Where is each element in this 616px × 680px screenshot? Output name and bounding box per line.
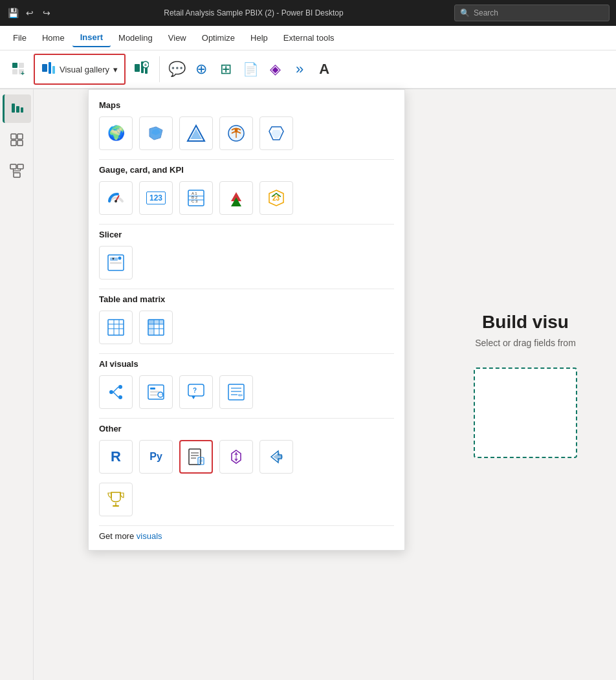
table-visual-icon[interactable] [99, 311, 133, 344]
visual-gallery-arrow: ▾ [113, 65, 118, 74]
table-btn[interactable]: ⊞ [214, 58, 237, 81]
title-bar-text: Retail Analysis Sample PBIX (2) - Power … [58, 8, 449, 17]
menu-external-tools[interactable]: External tools [276, 29, 342, 47]
save-icon[interactable]: 💾 [6, 6, 19, 19]
menu-help[interactable]: Help [243, 29, 276, 47]
other-icon-row: R Py [99, 440, 394, 474]
menu-modeling[interactable]: Modeling [111, 29, 160, 47]
slicer-divider [99, 289, 394, 289]
powerbi-btn[interactable]: ◈ [263, 58, 287, 81]
main-content: Maps 🌍 [34, 89, 616, 680]
ribbon-icon-group-1: 💬 ⊕ ⊞ 📄 ◈ » A [165, 58, 336, 81]
kpi-visual-icon[interactable] [219, 181, 253, 215]
search-box[interactable]: 🔍 Search [454, 5, 610, 21]
svg-rect-17 [11, 140, 16, 146]
svg-text:✏: ✏ [238, 392, 243, 399]
globe-visual-icon[interactable]: 🌍 [99, 116, 133, 150]
svg-text:+: + [21, 70, 25, 76]
redo-icon[interactable]: ↪ [40, 6, 53, 19]
svg-point-62 [118, 385, 122, 389]
table-section-title: Table and matrix [99, 294, 394, 304]
svg-point-63 [118, 395, 122, 399]
python-visual-icon[interactable]: Py [139, 440, 173, 474]
sidebar-data[interactable] [3, 126, 31, 154]
new-visual-btn[interactable]: + [5, 52, 31, 86]
svg-rect-15 [21, 107, 23, 113]
build-vis-title: Build visu [482, 312, 569, 333]
maps-icon-row: 🌍 [99, 116, 394, 150]
svg-rect-16 [11, 134, 16, 139]
ribbon: + Visual gallery ▾ + 💬 [0, 50, 616, 89]
text-box-btn[interactable]: 💬 [165, 58, 188, 81]
maps-divider [99, 159, 394, 160]
menu-home[interactable]: Home [34, 29, 72, 47]
smart-narrative-visual-icon[interactable]: ✏ [219, 375, 253, 409]
svg-rect-90 [113, 505, 119, 507]
forward-btn[interactable]: » [288, 58, 311, 81]
multirow-card-icon[interactable]: A 1 B 2 C 3 [179, 181, 213, 215]
get-more-visuals-link[interactable]: visuals [137, 525, 162, 550]
undo-icon[interactable]: ↩ [23, 6, 36, 19]
gauge-icon-row: 123 A 1 B 2 C 3 [99, 181, 394, 215]
visual-gallery-button[interactable]: Visual gallery ▾ [34, 54, 126, 85]
svg-rect-5 [42, 64, 47, 72]
paginated-visual-selected-icon[interactable] [179, 440, 213, 474]
menu-file[interactable]: File [5, 29, 34, 47]
card-visual-icon[interactable]: 123 [139, 181, 173, 215]
filled-map-icon[interactable] [139, 116, 173, 150]
gauge-visual-icon[interactable] [99, 181, 133, 215]
svg-rect-14 [16, 106, 19, 113]
ribbon-btn-add[interactable]: + [128, 52, 154, 86]
search-placeholder: Search [474, 8, 498, 17]
search-icon: 🔍 [460, 8, 470, 17]
table-divider [99, 353, 394, 354]
kpi-number-icon[interactable]: 23 [259, 181, 293, 215]
svg-rect-1 [19, 63, 24, 68]
sidebar-report[interactable] [3, 94, 31, 123]
sidebar-model[interactable] [3, 157, 31, 185]
svg-text:+: + [144, 61, 148, 67]
trophy-icon-row [99, 483, 394, 516]
right-panel: Build visu Select or drag fields from [435, 89, 616, 680]
smart-narrative-btn[interactable]: ⊕ [190, 58, 213, 81]
ai-divider [99, 418, 394, 419]
azuremap-icon[interactable] [179, 116, 213, 150]
get-more-label: Get more [99, 531, 137, 541]
svg-rect-18 [17, 134, 23, 139]
r-visual-icon[interactable]: R [99, 440, 133, 474]
slicer-visual-icon[interactable]: ▼ [99, 246, 133, 280]
canvas-placeholder [474, 367, 577, 458]
decomp-tree-visual-icon[interactable] [99, 375, 133, 409]
menu-insert[interactable]: Insert [72, 28, 111, 47]
table-icon-row [99, 311, 394, 344]
forward-visual-icon[interactable] [259, 440, 293, 474]
arcgis-icon[interactable] [219, 116, 253, 150]
ai-section-title: AI visuals [99, 359, 394, 369]
qa-visual-icon[interactable]: ? [179, 375, 213, 409]
title-bar-icons: 💾 ↩ ↪ [6, 6, 53, 19]
svg-rect-56 [148, 320, 154, 335]
svg-rect-21 [17, 164, 23, 169]
svg-text:C 3: C 3 [192, 199, 198, 203]
svg-rect-69 [150, 394, 157, 396]
key-influencers-visual-icon[interactable]: → [139, 375, 173, 409]
visual-gallery-icon [41, 61, 56, 78]
shape-map-icon[interactable] [259, 116, 293, 150]
svg-rect-0 [12, 63, 17, 68]
textbox-A-btn[interactable]: A [313, 58, 336, 81]
gauge-section-title: Gauge, card, and KPI [99, 165, 394, 175]
matrix-visual-icon[interactable] [139, 311, 173, 344]
svg-line-65 [113, 392, 118, 397]
gauge-divider [99, 224, 394, 225]
new-visual-icon: + [10, 61, 26, 78]
svg-rect-8 [135, 64, 140, 72]
power-automate-visual-icon[interactable] [219, 440, 253, 474]
left-sidebar [0, 89, 34, 680]
paginated-btn[interactable]: 📄 [239, 58, 262, 81]
svg-point-32 [115, 200, 117, 203]
menu-view[interactable]: View [160, 29, 194, 47]
svg-rect-46 [110, 262, 122, 264]
trophy-visual-icon[interactable] [99, 483, 133, 516]
menu-optimize[interactable]: Optimize [194, 29, 243, 47]
svg-rect-7 [52, 66, 55, 74]
